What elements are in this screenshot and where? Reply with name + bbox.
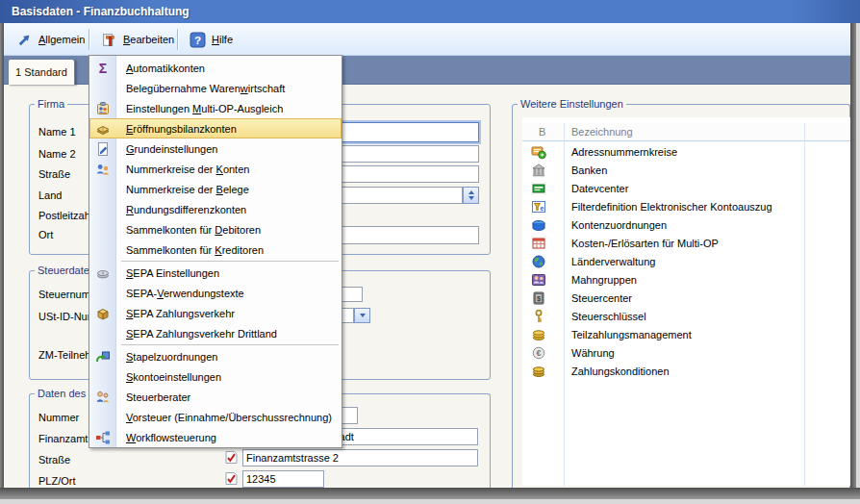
column-header-b[interactable]: B [539,126,545,138]
workflow-icon [89,430,116,445]
menu-item-rundungsdifferenzkonten[interactable]: Rundungsdifferenzkonten [89,199,341,219]
window-border-bottom-outer [0,499,860,504]
menu-item-nummerkreise-belege[interactable]: Nummerkreise der Belege [89,179,341,199]
menu-item-sepa-zahlungsverkehr[interactable]: SEPA Zahlungsverkehr [89,303,341,323]
dunning-groups-icon [531,272,546,288]
tax-key-icon [531,309,546,324]
menu-item-beleguebernahme[interactable]: Belegübernahme Warenwirtschaft [89,78,341,98]
datev-icon [531,181,546,196]
toolbar: Allgemein Bearbeiten ? Hilfe [4,23,850,56]
ledger-book-icon [89,121,116,137]
list-item-kontenzuordnungen[interactable]: Kontenzuordnungen [522,215,850,234]
menu-item-vorsteuer[interactable]: Vorsteuer (Einnahme/Überschussrechnung) [89,407,341,427]
label-name1: Name 1 [38,126,76,138]
list-item-kosten-erloesarten[interactable]: Kosten-/Erlösarten für Multi-OP [522,234,850,252]
disk-stack-icon [89,265,116,281]
window-title: Basisdaten - Finanzbuchhaltung [12,5,190,18]
page-edit-icon [89,141,116,157]
list-item-datevcenter[interactable]: Datevcenter [522,179,850,197]
bank-icon [531,163,546,178]
menu-item-eroeffnungsbilanzkonten[interactable]: Eröffnungsbilanzkonten [89,118,341,139]
list-item-steuerschluessel[interactable]: Steuerschlüssel [522,307,850,325]
list-item-filterdefinition[interactable]: e Filterdefinition Elektronischer Kontoa… [522,197,850,215]
tax-center-icon: $ [531,290,546,306]
menu-item-workflowsteuerung[interactable]: Workflowsteuerung [89,427,341,447]
menu-item-skontoeinstellungen[interactable]: Skontoeinstellungen [89,366,341,387]
svg-text:?: ? [194,33,201,45]
hilfe-button[interactable]: ? Hilfe [185,27,238,52]
edit-tool-icon [101,32,117,48]
modified-check-icon [225,450,238,465]
label-fa-nummer: Nummer [38,412,79,423]
list-item-waehrung[interactable]: € Währung [522,343,850,362]
list-item-adressnummernkreise[interactable]: Adressnummernkreise [522,142,850,161]
menu-item-sammelkonten-kreditoren[interactable]: Sammelkonten für Kreditoren [89,239,341,260]
title-bar[interactable]: Basisdaten - Finanzbuchhaltung [0,0,860,23]
window-border-bottom [0,488,860,499]
label-land: Land [38,189,62,201]
window-border-right-outer [856,23,860,504]
package-icon [89,306,116,321]
menu-item-sepa-zahlungsverkehr-drittland[interactable]: SEPA Zahlungsverkehr Drittland [89,323,341,343]
address-numbers-icon [531,144,546,160]
coins-icon [531,327,546,342]
menu-item-sammelkonten-debitoren[interactable]: Sammelkonten für Debitoren [89,219,341,239]
clipboard-people-icon [89,101,116,116]
label-postleitzahl: Postleitzahl [38,210,92,221]
advisor-icon [89,390,116,405]
menu-item-stapelzuordnungen[interactable]: Stapelzuordnungen [89,346,341,366]
list-item-laenderverwaltung[interactable]: Länderverwaltung [522,252,850,270]
menu-item-sepa-verwendungstexte[interactable]: SEPA-Verwendungstexte [89,283,341,303]
menu-item-nummerkreise-konten[interactable]: Nummerkreise der Konten [89,159,341,179]
ustid-dropdown-button[interactable] [354,308,370,323]
globe-icon [531,254,546,269]
cost-grid-icon [531,236,546,251]
modified-check-icon [225,471,238,486]
list-item-teilzahlungsmanagement[interactable]: Teilzahlungsmanagement [522,325,850,343]
svg-text:e: e [541,204,544,211]
land-spinner[interactable] [463,187,479,204]
list-header: B Bezeichnung [522,123,850,141]
toolbar-separator [89,29,89,50]
menu-item-automatikkonten[interactable]: Σ Automatikkonten [89,58,341,78]
help-icon: ? [190,32,206,48]
people-numbers-icon [89,162,116,177]
group-firma-legend: Firma [35,98,67,110]
column-header-bezeichnung[interactable]: Bezeichnung [571,126,633,138]
toolbar-separator [177,29,178,50]
bearbeiten-menu: Σ Automatikkonten Belegübernahme Warenwi… [89,55,342,448]
sigma-icon: Σ [89,62,116,75]
label-strasse: Straße [38,168,70,180]
tab-standard[interactable]: 1 Standard [8,59,75,85]
label-fa-strasse: Straße [38,454,70,466]
application-window: Basisdaten - Finanzbuchhaltung Allgemein… [0,0,860,504]
list-item-zahlungskonditionen[interactable]: Zahlungskonditionen [522,362,850,380]
fa-strasse-input[interactable] [242,449,478,466]
label-fa-plzort: PLZ/Ort [38,475,76,487]
menu-item-steuerberater[interactable]: Steuerberater [89,387,341,407]
batch-assign-icon [89,349,116,365]
payment-coins-icon [531,364,546,379]
account-mapping-icon [531,217,546,233]
menu-item-sepa-einstellungen[interactable]: SEPA Einstellungen [89,263,341,283]
arrow-up-right-icon [16,32,33,48]
label-name2: Name 2 [38,148,76,160]
svg-text:€: € [536,348,541,358]
fa-plz-input[interactable] [242,470,324,488]
menu-item-grundeinstellungen[interactable]: Grundeinstellungen [89,139,341,159]
filter-icon: e [531,199,546,214]
menu-item-multi-op-ausgleich[interactable]: Einstellungen Multi-OP-Ausgleich [89,98,341,118]
list-item-steuercenter[interactable]: $ Steuercenter [522,289,850,307]
currency-icon: € [531,345,546,361]
window-border-left [0,23,4,504]
list-item-mahngruppen[interactable]: Mahngruppen [522,270,850,289]
list-item-banken[interactable]: Banken [522,161,850,179]
allgemein-button[interactable]: Allgemein [12,27,89,52]
bearbeiten-button[interactable]: Bearbeiten [96,27,179,52]
label-ort: Ort [38,229,53,240]
group-weitere-legend: Weitere Einstellungen [518,98,626,110]
label-fa-finanzamt: Finanzamt [38,433,88,444]
